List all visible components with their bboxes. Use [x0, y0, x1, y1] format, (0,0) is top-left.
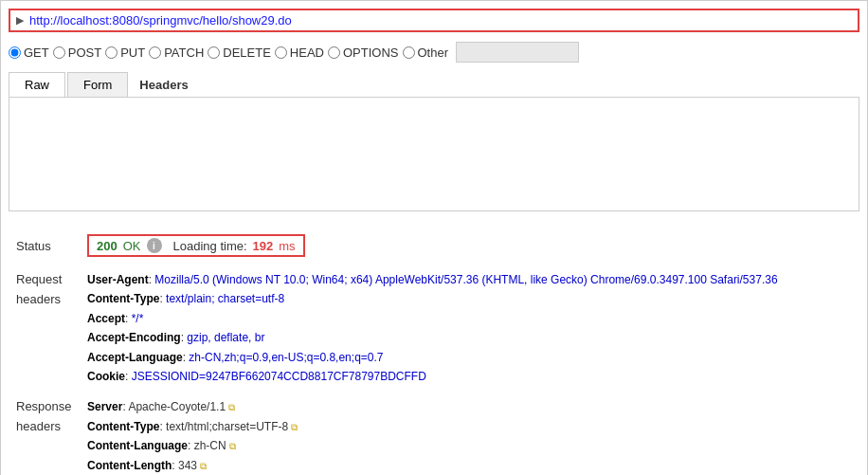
method-post[interactable]: POST	[53, 46, 101, 60]
request-header-line: Accept: */*	[87, 309, 852, 328]
header-key: Content-Type	[87, 292, 159, 305]
radio-delete[interactable]	[208, 46, 220, 59]
request-header-line: Accept-Language: zh-CN,zh;q=0.9,en-US;q=…	[87, 348, 852, 367]
request-header-line: Accept-Encoding: gzip, deflate, br	[87, 328, 852, 347]
loading-time: 192	[253, 239, 274, 253]
method-post-label: POST	[68, 46, 101, 60]
header-key: Content-Length	[87, 459, 172, 472]
radio-head[interactable]	[275, 46, 287, 59]
radio-options[interactable]	[328, 46, 340, 59]
header-key: Content-Type	[87, 420, 159, 433]
info-section: Status 200 OK i Loading time: 192 ms Req…	[9, 230, 859, 475]
copy-icon[interactable]: ⧉	[228, 399, 235, 415]
method-get[interactable]: GET	[9, 46, 49, 60]
tab-form[interactable]: Form	[67, 72, 128, 97]
header-key: Accept	[87, 312, 125, 325]
header-key: Server	[87, 400, 122, 413]
header-key: Accept-Encoding	[87, 331, 181, 344]
response-header-line: Server: Apache-Coyote/1.1⧉	[87, 397, 852, 416]
header-value: Mozilla/5.0 (Windows NT 10.0; Win64; x64…	[154, 273, 777, 286]
status-ok: OK	[123, 239, 141, 253]
method-patch-label: PATCH	[164, 46, 204, 60]
radio-other[interactable]	[403, 46, 415, 59]
url-bar: ▶	[9, 9, 859, 32]
header-value: zh-CN	[194, 439, 226, 452]
method-head[interactable]: HEAD	[275, 46, 324, 60]
method-head-label: HEAD	[290, 46, 324, 60]
request-headers-section: Requestheaders User-Agent: Mozilla/5.0 (…	[16, 270, 852, 386]
request-header-line: Cookie: JSESSIONID=9247BF662074CCD8817CF…	[87, 367, 852, 386]
header-value: */*	[132, 312, 144, 325]
method-patch[interactable]: PATCH	[149, 46, 204, 60]
header-key: Cookie	[87, 370, 125, 383]
response-headers-content: Server: Apache-Coyote/1.1⧉Content-Type: …	[87, 397, 852, 475]
method-delete-label: DELETE	[223, 46, 271, 60]
method-options-label: OPTIONS	[343, 46, 399, 60]
header-value: gzip, deflate, br	[187, 331, 264, 344]
url-arrow-icon: ▶	[16, 14, 24, 27]
other-method-input[interactable]	[456, 42, 579, 63]
status-row: Status 200 OK i Loading time: 192 ms	[16, 234, 852, 257]
header-key: Content-Language	[87, 439, 188, 452]
method-row: GET POST PUT PATCH DELETE HEAD OPTIONS	[9, 42, 859, 63]
loading-ms: ms	[279, 239, 295, 253]
header-value: text/html;charset=UTF-8	[166, 420, 288, 433]
copy-icon[interactable]: ⧉	[200, 458, 207, 474]
method-other[interactable]: Other	[403, 46, 449, 60]
tab-headers[interactable]: Headers	[130, 73, 197, 97]
header-value: 343	[178, 459, 197, 472]
request-headers-label: Requestheaders	[16, 270, 87, 386]
response-header-line: Content-Length: 343⧉	[87, 456, 852, 475]
status-code: 200	[97, 239, 118, 253]
header-key: Accept-Language	[87, 351, 183, 364]
copy-icon[interactable]: ⧉	[291, 419, 298, 435]
request-header-line: Content-Type: text/plain; charset=utf-8	[87, 289, 852, 308]
header-value: zh-CN,zh;q=0.9,en-US;q=0.8,en;q=0.7	[189, 351, 383, 364]
response-header-line: Content-Type: text/html;charset=UTF-8⧉	[87, 417, 852, 436]
radio-patch[interactable]	[149, 46, 161, 59]
request-header-line: User-Agent: Mozilla/5.0 (Windows NT 10.0…	[87, 270, 852, 289]
method-put-label: PUT	[120, 46, 145, 60]
method-options[interactable]: OPTIONS	[328, 46, 399, 60]
body-area	[9, 98, 859, 211]
tab-raw[interactable]: Raw	[9, 72, 65, 97]
request-headers-content: User-Agent: Mozilla/5.0 (Windows NT 10.0…	[87, 270, 852, 386]
method-get-label: GET	[24, 46, 49, 60]
method-put[interactable]: PUT	[105, 46, 145, 60]
method-other-label: Other	[418, 46, 449, 60]
radio-put[interactable]	[105, 46, 118, 59]
response-headers-section: Responseheaders Server: Apache-Coyote/1.…	[16, 397, 852, 475]
method-delete[interactable]: DELETE	[208, 46, 271, 60]
header-value: text/plain; charset=utf-8	[166, 292, 284, 305]
radio-get[interactable]	[9, 46, 21, 59]
tab-row: Raw Form Headers	[9, 72, 859, 98]
status-box: 200 OK i Loading time: 192 ms	[87, 234, 305, 257]
response-header-line: Content-Language: zh-CN⧉	[87, 436, 852, 455]
url-input[interactable]	[29, 13, 852, 27]
radio-post[interactable]	[53, 46, 65, 59]
info-icon[interactable]: i	[147, 238, 162, 253]
header-value: JSESSIONID=9247BF662074CCD8817CF78797BDC…	[132, 370, 426, 383]
copy-icon[interactable]: ⧉	[229, 438, 236, 454]
main-container: ▶ GET POST PUT PATCH DELETE HEAD	[0, 0, 868, 475]
header-value: Apache-Coyote/1.1	[128, 400, 226, 413]
header-key: User-Agent	[87, 273, 149, 286]
status-label: Status	[16, 239, 87, 253]
loading-label: Loading time:	[173, 239, 247, 253]
response-headers-label: Responseheaders	[16, 397, 87, 475]
